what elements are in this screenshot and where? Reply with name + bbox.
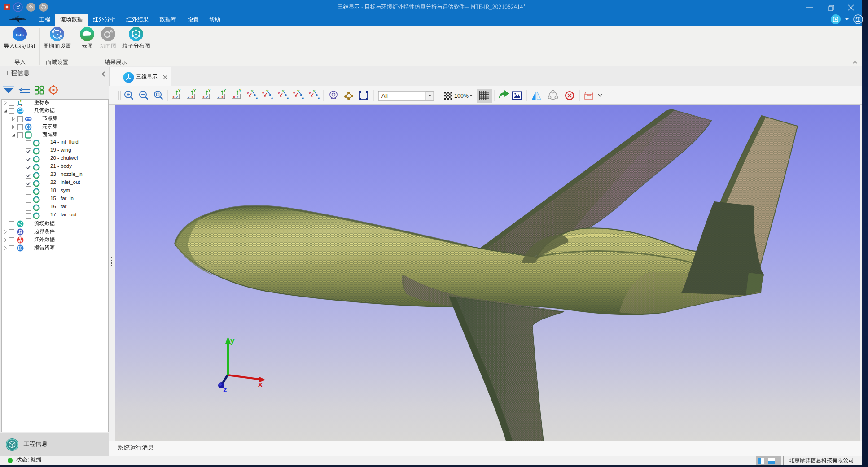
svg-text:Y: Y <box>208 88 211 92</box>
svg-text:Y: Y <box>20 99 22 103</box>
svg-text:Y: Y <box>239 88 241 92</box>
svg-text:z: z <box>318 96 320 100</box>
svg-text:All: All <box>381 93 388 99</box>
svg-text:x: x <box>278 91 280 95</box>
svg-text:y: y <box>230 336 235 345</box>
svg-text:x: x <box>247 91 249 95</box>
svg-text:z: z <box>256 96 258 100</box>
svg-text:z: z <box>302 96 304 100</box>
svg-text:Y: Y <box>193 88 196 92</box>
svg-text:cas: cas <box>16 31 23 38</box>
svg-text:100%: 100% <box>454 93 469 99</box>
svg-text:z: z <box>271 96 273 100</box>
svg-text:x: x <box>262 91 264 95</box>
svg-text:x: x <box>293 91 295 95</box>
svg-text:Y: Y <box>178 88 181 92</box>
svg-text:z: z <box>287 96 289 100</box>
svg-text:Y: Y <box>224 88 226 92</box>
svg-text:x: x <box>309 91 311 95</box>
svg-text:z: z <box>17 103 19 106</box>
svg-text:z: z <box>223 385 227 394</box>
svg-text:x: x <box>258 380 263 388</box>
